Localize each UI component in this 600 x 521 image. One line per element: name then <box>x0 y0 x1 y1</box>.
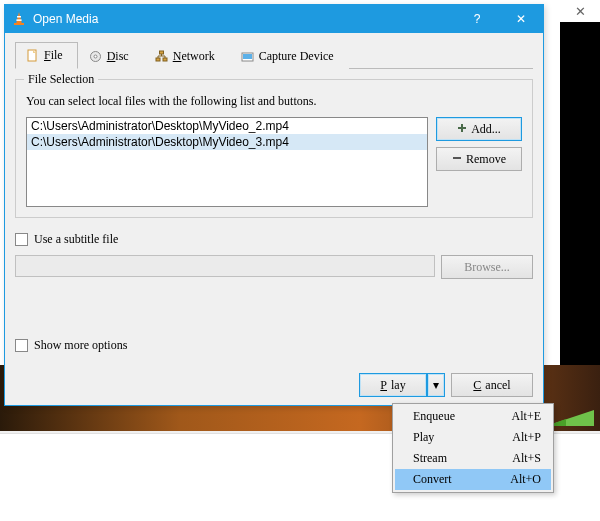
plus-icon <box>457 122 467 137</box>
minus-icon <box>452 152 462 167</box>
tabs: File Disc Network Capture Device <box>15 41 533 69</box>
subtitle-row: Use a subtitle file <box>15 232 533 247</box>
list-item[interactable]: C:\Users\Administrator\Desktop\MyVideo_2… <box>27 118 427 134</box>
network-icon <box>155 50 168 63</box>
tab-capture-label: Capture Device <box>259 49 334 64</box>
add-button[interactable]: Add... <box>436 117 522 141</box>
menu-item-enqueue[interactable]: EnqueueAlt+E <box>395 406 551 427</box>
browse-button: Browse... <box>441 255 533 279</box>
capture-icon <box>241 50 254 63</box>
svg-rect-12 <box>159 51 163 54</box>
remove-button[interactable]: Remove <box>436 147 522 171</box>
svg-rect-10 <box>156 58 160 61</box>
close-button[interactable]: ✕ <box>499 5 543 33</box>
play-dropdown-menu: EnqueueAlt+EPlayAlt+PStreamAlt+SConvertA… <box>392 403 554 493</box>
open-media-dialog: Open Media ? ✕ File Disc Network Capture… <box>4 4 544 406</box>
show-more-checkbox[interactable] <box>15 339 28 352</box>
list-item[interactable]: C:\Users\Administrator\Desktop\MyVideo_3… <box>27 134 427 150</box>
add-label: Add... <box>471 122 501 137</box>
play-button[interactable]: Play <box>359 373 427 397</box>
tab-file[interactable]: File <box>15 42 78 69</box>
svg-rect-14 <box>243 54 252 59</box>
tab-capture[interactable]: Capture Device <box>230 42 349 69</box>
menu-item-convert[interactable]: ConvertAlt+O <box>395 469 551 490</box>
file-selection-group: File Selection You can select local file… <box>15 79 533 218</box>
file-selection-desc: You can select local files with the foll… <box>26 94 522 109</box>
chevron-down-icon: ▾ <box>433 378 439 393</box>
svg-rect-5 <box>16 19 21 21</box>
titlebar: Open Media ? ✕ <box>5 5 543 33</box>
svg-rect-4 <box>17 16 21 18</box>
tab-disc[interactable]: Disc <box>78 42 144 69</box>
dialog-title: Open Media <box>33 12 455 26</box>
main-window-close-icon[interactable]: ✕ <box>575 4 586 19</box>
tab-disc-label: Disc <box>107 49 129 64</box>
disc-icon <box>89 50 102 63</box>
vlc-cone-icon <box>11 11 27 27</box>
subtitle-checkbox[interactable] <box>15 233 28 246</box>
menu-item-stream[interactable]: StreamAlt+S <box>395 448 551 469</box>
video-area <box>560 22 600 400</box>
tab-network-label: Network <box>173 49 215 64</box>
subtitle-path-input <box>15 255 435 277</box>
tab-file-label: File <box>44 48 63 63</box>
file-icon <box>26 49 39 62</box>
file-selection-title: File Selection <box>24 72 98 87</box>
cancel-button[interactable]: Cancel <box>451 373 533 397</box>
play-dropdown-button[interactable]: ▾ <box>427 373 445 397</box>
svg-rect-3 <box>14 23 24 25</box>
file-listbox[interactable]: C:\Users\Administrator\Desktop\MyVideo_2… <box>26 117 428 207</box>
svg-rect-6 <box>28 50 36 61</box>
menu-item-play[interactable]: PlayAlt+P <box>395 427 551 448</box>
help-button[interactable]: ? <box>455 5 499 33</box>
remove-label: Remove <box>466 152 506 167</box>
svg-point-9 <box>94 55 97 58</box>
svg-rect-11 <box>163 58 167 61</box>
svg-marker-2 <box>16 12 22 24</box>
tab-network[interactable]: Network <box>144 42 230 69</box>
subtitle-label: Use a subtitle file <box>34 232 118 247</box>
show-more-label: Show more options <box>34 338 127 353</box>
